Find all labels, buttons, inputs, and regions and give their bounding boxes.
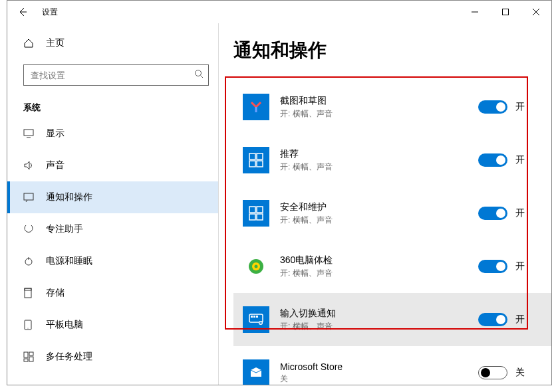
app-name: 输入切换通知: [280, 308, 478, 320]
svg-rect-14: [257, 153, 263, 159]
app-sub: 开: 横幅、声音: [280, 268, 478, 279]
title-bar: 设置: [7, 1, 551, 23]
svg-rect-2: [24, 130, 33, 136]
toggle-switch[interactable]: [478, 153, 507, 167]
app-row[interactable]: Microsoft Store关关: [233, 346, 551, 385]
app-icon: [243, 306, 269, 333]
nav-label: 多任务处理: [46, 351, 92, 363]
toggle-state-label: 开: [515, 260, 525, 272]
toggle-wrap: 开: [478, 313, 525, 326]
storage-icon: [23, 288, 37, 298]
display-icon: [23, 129, 37, 138]
sound-icon: [23, 160, 37, 171]
back-button[interactable]: [7, 1, 38, 23]
section-title: 系统: [7, 96, 218, 118]
close-button[interactable]: [521, 1, 551, 23]
nav-item-focus[interactable]: 专注助手: [7, 213, 218, 245]
sidebar: 主页 系统 显示声音通知和操作专注助手电源和睡眠存储平板电脑多任务处理: [7, 23, 219, 385]
nav-label: 通知和操作: [46, 191, 92, 203]
arrow-left-icon: [17, 7, 28, 17]
search-box[interactable]: [23, 64, 209, 86]
search-input[interactable]: [23, 64, 209, 86]
nav-label: 声音: [46, 159, 65, 171]
close-icon: [533, 9, 539, 15]
nav-label: 存储: [46, 287, 65, 299]
app-row[interactable]: 安全和维护开: 横幅、声音开: [233, 187, 551, 240]
app-sub: 开: 横幅、声音: [280, 108, 478, 120]
app-icon: [243, 94, 269, 120]
toggle-switch[interactable]: [478, 207, 507, 220]
nav-label: 显示: [46, 128, 65, 140]
app-icon: [243, 253, 269, 280]
toggle-wrap: 关: [478, 366, 525, 379]
svg-rect-15: [249, 161, 255, 167]
svg-rect-0: [503, 9, 509, 15]
app-sub: 关: [280, 373, 478, 385]
svg-rect-5: [25, 288, 31, 298]
svg-rect-16: [257, 161, 263, 167]
tablet-icon: [23, 320, 37, 330]
app-name: Microsoft Store: [280, 361, 478, 372]
app-row[interactable]: 推荐开: 横幅、声音开: [233, 134, 551, 187]
app-icon: [243, 200, 269, 227]
window-title: 设置: [42, 7, 58, 18]
home-label: 主页: [46, 37, 65, 49]
home-link[interactable]: 主页: [7, 29, 218, 58]
content-area: 通知和操作 截图和草图开: 横幅、声音开推荐开: 横幅、声音开安全和维护开: 横…: [219, 23, 551, 385]
app-name: 360电脑体检: [280, 254, 478, 266]
app-icon: [243, 359, 269, 385]
svg-rect-11: [29, 357, 33, 361]
power-icon: [23, 256, 37, 266]
nav-item-display[interactable]: 显示: [7, 118, 218, 149]
settings-window: 设置 主页: [7, 0, 552, 385]
nav-item-multitask[interactable]: 多任务处理: [7, 341, 218, 373]
svg-point-23: [255, 265, 258, 268]
search-icon: [194, 69, 204, 81]
nav-item-notifications[interactable]: 通知和操作: [7, 181, 218, 213]
app-text: Microsoft Store关: [280, 361, 478, 385]
nav-item-sound[interactable]: 声音: [7, 149, 218, 181]
app-row[interactable]: 输入切换通知开: 横幅、声音开: [233, 293, 551, 346]
home-icon: [23, 38, 37, 49]
toggle-switch[interactable]: [478, 100, 507, 114]
toggle-state-label: 开: [515, 314, 525, 326]
toggle-state-label: 开: [515, 154, 525, 166]
toggle-wrap: 开: [478, 100, 525, 114]
nav-label: 专注助手: [46, 223, 83, 235]
svg-rect-18: [257, 207, 263, 213]
app-text: 输入切换通知开: 横幅、声音: [280, 308, 478, 332]
toggle-wrap: 开: [478, 207, 525, 220]
page-title: 通知和操作: [233, 38, 551, 63]
svg-point-1: [196, 70, 202, 76]
app-sub: 开: 横幅、声音: [280, 215, 478, 226]
app-text: 推荐开: 横幅、声音: [280, 148, 478, 173]
nav-label: 平板电脑: [46, 319, 83, 331]
toggle-switch[interactable]: [478, 366, 507, 379]
app-row[interactable]: 360电脑体检开: 横幅、声音开: [233, 240, 551, 293]
svg-rect-13: [249, 153, 255, 159]
toggle-switch[interactable]: [478, 313, 507, 326]
svg-rect-6: [25, 288, 31, 290]
svg-rect-12: [24, 359, 28, 361]
app-name: 推荐: [280, 148, 478, 160]
multitask-icon: [23, 351, 37, 362]
svg-rect-3: [24, 193, 33, 200]
maximize-button[interactable]: [490, 1, 521, 23]
minimize-icon: [472, 9, 478, 15]
maximize-icon: [502, 9, 509, 15]
nav-item-tablet[interactable]: 平板电脑: [7, 309, 218, 341]
minimize-button[interactable]: [460, 1, 490, 23]
svg-rect-25: [251, 316, 253, 318]
app-text: 360电脑体检开: 横幅、声音: [280, 254, 478, 279]
svg-point-8: [28, 328, 29, 329]
svg-rect-17: [249, 207, 255, 213]
toggle-switch[interactable]: [478, 260, 507, 273]
app-name: 截图和草图: [280, 95, 478, 107]
app-row[interactable]: 截图和草图开: 横幅、声音开: [233, 80, 551, 134]
nav-item-power[interactable]: 电源和睡眠: [7, 245, 218, 277]
app-list: 截图和草图开: 横幅、声音开推荐开: 横幅、声音开安全和维护开: 横幅、声音开3…: [233, 80, 551, 385]
nav-item-storage[interactable]: 存储: [7, 277, 218, 309]
svg-rect-27: [256, 316, 258, 318]
app-icon: [243, 147, 269, 173]
svg-rect-26: [253, 316, 255, 318]
